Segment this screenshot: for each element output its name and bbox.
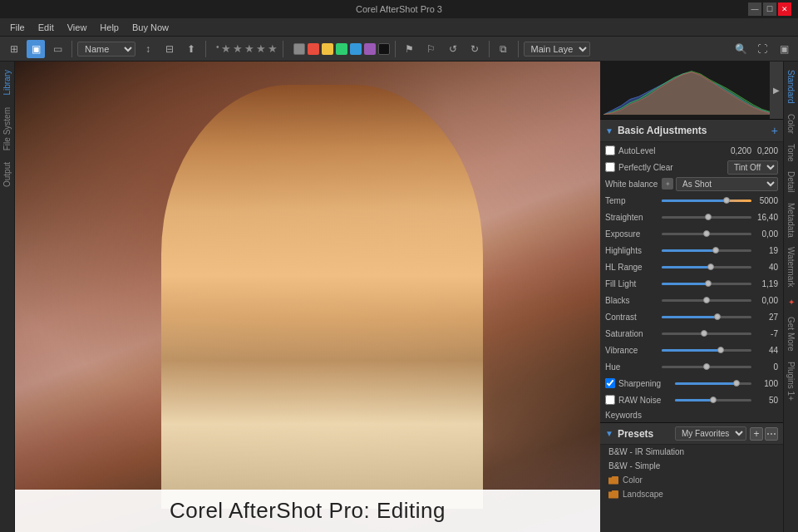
tab-getmore[interactable]: ✦ xyxy=(785,293,797,312)
color-label-purple[interactable] xyxy=(364,43,376,55)
color-label-gray[interactable] xyxy=(293,43,305,55)
filter-icon[interactable]: ⊟ xyxy=(160,40,179,58)
copy-icon[interactable]: ⧉ xyxy=(495,40,513,58)
star-3[interactable]: ★ xyxy=(244,42,254,55)
layer-dropdown[interactable]: Main Layer xyxy=(524,42,590,57)
tab-plugins[interactable]: Plugins 1+ xyxy=(785,357,797,406)
raw-noise-slider[interactable] xyxy=(675,394,751,406)
preset-label-3: Landscape xyxy=(623,490,663,499)
tint-dropdown[interactable]: Tint Off xyxy=(727,160,778,175)
wb-dropdown[interactable]: As Shot xyxy=(676,177,778,191)
histogram-arrow[interactable]: ▶ xyxy=(770,62,783,119)
folder-icon xyxy=(608,476,618,485)
upload-icon[interactable]: ⬆ xyxy=(182,40,200,58)
menu-edit[interactable]: Edit xyxy=(32,21,61,34)
slider-8[interactable] xyxy=(662,328,751,339)
color-label-red[interactable] xyxy=(308,43,319,55)
slider-9[interactable] xyxy=(662,344,751,356)
raw-noise-checkbox[interactable] xyxy=(605,395,615,405)
sort-icon[interactable]: ↕ xyxy=(139,40,157,58)
reject-icon[interactable]: ⚐ xyxy=(422,40,441,58)
tab-standard[interactable]: Standard xyxy=(785,65,797,109)
section-add-button[interactable]: + xyxy=(771,124,778,137)
sidebar-item-filesystem[interactable]: File System xyxy=(1,102,13,155)
color-label-black[interactable] xyxy=(378,43,390,55)
image-area: Corel AfterShot Pro: Editing xyxy=(15,62,600,532)
star-1[interactable]: ★ xyxy=(221,42,231,55)
presets-options-button[interactable]: ⋯ xyxy=(765,427,778,441)
slider-label-9: Vibrance xyxy=(605,346,662,355)
grid-view-icon[interactable]: ⊞ xyxy=(5,40,23,58)
menu-view[interactable]: View xyxy=(61,21,94,34)
fullscreen-icon[interactable]: ⛶ xyxy=(753,40,771,58)
tab-watermark[interactable]: Watermark xyxy=(785,242,797,293)
presets-arrow: ▼ xyxy=(605,429,613,438)
close-button[interactable]: ✕ xyxy=(778,2,791,16)
sharpening-slider[interactable] xyxy=(675,377,751,389)
sidebar-item-output[interactable]: Output xyxy=(1,157,13,192)
slider-5[interactable] xyxy=(662,278,751,289)
slider-3[interactable] xyxy=(662,244,751,256)
toolbar-separator-2 xyxy=(205,41,206,57)
menu-file[interactable]: File xyxy=(3,21,32,34)
tab-getmore-label[interactable]: Get More xyxy=(785,312,797,357)
perfectly-clear-checkbox[interactable] xyxy=(605,162,615,172)
slider-label-7: Contrast xyxy=(605,313,662,322)
menu-help[interactable]: Help xyxy=(93,21,126,34)
menu-buynow[interactable]: Buy Now xyxy=(126,21,175,34)
slider-6[interactable] xyxy=(662,294,751,306)
preset-item-0[interactable]: B&W - IR Simulation xyxy=(600,445,783,459)
preset-item-3[interactable]: Landscape xyxy=(600,487,783,501)
slider-2[interactable] xyxy=(662,228,751,239)
basic-adjustments-header[interactable]: ▼ Basic Adjustments + xyxy=(600,120,783,142)
panel-content: ▼ Basic Adjustments + AutoLevel 0,200 0,… xyxy=(600,120,783,532)
tab-color[interactable]: Color xyxy=(785,109,797,139)
tab-detail[interactable]: Detail xyxy=(785,166,797,198)
slider-value-7: 27 xyxy=(751,313,778,322)
slider-1[interactable] xyxy=(662,211,751,223)
single-view-icon[interactable]: ▣ xyxy=(27,40,45,58)
slider-0[interactable] xyxy=(662,195,751,206)
slider-10[interactable] xyxy=(662,361,751,372)
star-2[interactable]: ★ xyxy=(233,42,243,55)
slider-value-5: 1,19 xyxy=(751,279,778,288)
slider-label-5: Fill Light xyxy=(605,279,662,288)
zoom-fit-icon[interactable]: 🔍 xyxy=(732,40,750,58)
sharpening-checkbox[interactable] xyxy=(605,378,615,388)
rotate-left-icon[interactable]: ↺ xyxy=(444,40,462,58)
presets-add-button[interactable]: + xyxy=(750,427,763,441)
star-4[interactable]: ★ xyxy=(256,42,266,55)
autolevel-checkbox[interactable] xyxy=(605,145,615,155)
toolbar-separator-4 xyxy=(395,41,396,57)
wb-eyedropper-icon[interactable]: ✦ xyxy=(662,178,673,190)
compare-view-icon[interactable]: ▭ xyxy=(48,40,66,58)
basic-adjustments-title: Basic Adjustments xyxy=(618,125,771,136)
preset-item-1[interactable]: B&W - Simple xyxy=(600,459,783,473)
maximize-button[interactable]: ☐ xyxy=(763,2,776,16)
slider-7[interactable] xyxy=(662,311,751,323)
autolevel-val2: 0,200 xyxy=(751,146,778,155)
tab-metadata[interactable]: Metadata xyxy=(785,198,797,243)
slider-value-10: 0 xyxy=(751,362,778,372)
color-label-yellow[interactable] xyxy=(322,43,333,55)
raw-noise-row: RAW Noise 50 xyxy=(600,392,783,408)
minimize-button[interactable]: — xyxy=(748,2,761,16)
color-label-blue[interactable] xyxy=(350,43,362,55)
tab-tone[interactable]: Tone xyxy=(785,139,797,167)
color-label-green[interactable] xyxy=(336,43,347,55)
slider-label-3: Highlights xyxy=(605,246,662,255)
star-5[interactable]: ★ xyxy=(268,42,278,55)
panel-icon[interactable]: ▣ xyxy=(775,40,793,58)
sliders-container: Temp5000Straighten16,40Exposure0,00Highl… xyxy=(600,192,783,375)
name-dropdown[interactable]: Name xyxy=(77,42,135,57)
histogram-chart xyxy=(603,65,780,115)
slider-4[interactable] xyxy=(662,261,751,273)
flag-icon[interactable]: ⚑ xyxy=(401,40,419,58)
right-panel-wrapper: ▶ ▼ Basic Adjustments + AutoLevel 0,200 … xyxy=(600,62,798,532)
preset-item-2[interactable]: Color xyxy=(600,473,783,487)
sidebar-item-library[interactable]: Library xyxy=(1,65,13,101)
presets-dropdown[interactable]: My Favorites xyxy=(675,426,746,441)
slider-row-saturation: Saturation-7 xyxy=(600,325,783,342)
rotate-right-icon[interactable]: ↻ xyxy=(466,40,484,58)
presets-header[interactable]: ▼ Presets My Favorites + ⋯ xyxy=(600,423,783,445)
